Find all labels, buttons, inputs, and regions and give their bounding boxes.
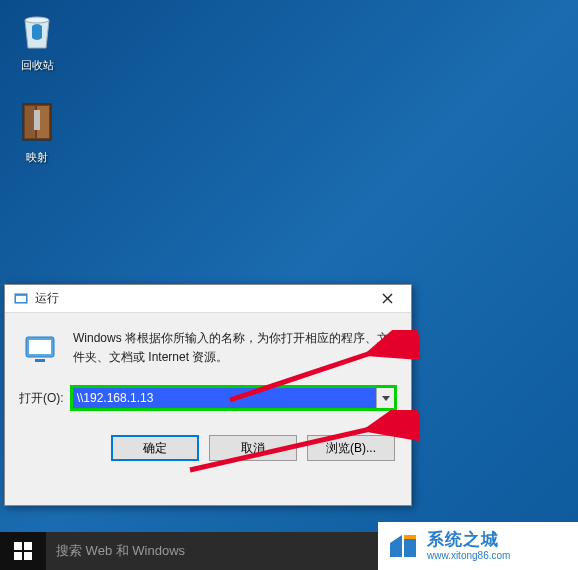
svg-rect-15 [14, 552, 22, 560]
mapping-icon-item[interactable]: 映射 [2, 98, 72, 165]
recycle-bin-label: 回收站 [2, 58, 72, 73]
svg-rect-7 [16, 296, 26, 302]
svg-rect-17 [404, 539, 416, 557]
recycle-bin-icon [13, 6, 61, 54]
svg-rect-3 [25, 106, 35, 138]
open-input[interactable] [73, 388, 376, 408]
open-combobox[interactable] [70, 385, 397, 411]
mapping-label: 映射 [2, 150, 72, 165]
watermark: 系统之城 www.xitong86.com [378, 522, 578, 570]
chevron-down-icon [382, 396, 390, 401]
watermark-url: www.xitong86.com [427, 550, 510, 561]
dialog-title: 运行 [35, 290, 59, 307]
taskbar: 搜索 Web 和 Windows [0, 532, 380, 570]
watermark-title: 系统之城 [427, 531, 510, 550]
close-icon [382, 293, 393, 304]
cancel-button[interactable]: 取消 [209, 435, 297, 461]
run-dialog: 运行 Windows 将根据你所输入的名称，为你打开相应的程序、文件夹、文档或 … [4, 284, 412, 506]
svg-rect-10 [35, 359, 45, 362]
open-label: 打开(O): [19, 390, 64, 407]
svg-point-0 [25, 17, 49, 23]
dialog-description: Windows 将根据你所输入的名称，为你打开相应的程序、文件夹、文档或 Int… [73, 329, 395, 369]
windows-icon [14, 542, 32, 560]
archive-icon [13, 98, 61, 146]
svg-rect-9 [29, 340, 51, 354]
svg-rect-16 [24, 552, 32, 560]
browse-button[interactable]: 浏览(B)... [307, 435, 395, 461]
run-icon [21, 329, 61, 369]
ok-button[interactable]: 确定 [111, 435, 199, 461]
close-button[interactable] [367, 286, 407, 312]
combobox-dropdown-button[interactable] [376, 388, 394, 408]
run-dialog-icon [13, 291, 29, 307]
watermark-logo-icon [385, 528, 421, 564]
svg-rect-14 [24, 542, 32, 550]
svg-rect-13 [14, 542, 22, 550]
search-placeholder: 搜索 Web 和 Windows [56, 542, 185, 560]
svg-rect-5 [34, 110, 40, 130]
titlebar[interactable]: 运行 [5, 285, 411, 313]
taskbar-search[interactable]: 搜索 Web 和 Windows [46, 532, 380, 570]
recycle-bin[interactable]: 回收站 [2, 6, 72, 73]
start-button[interactable] [0, 532, 46, 570]
